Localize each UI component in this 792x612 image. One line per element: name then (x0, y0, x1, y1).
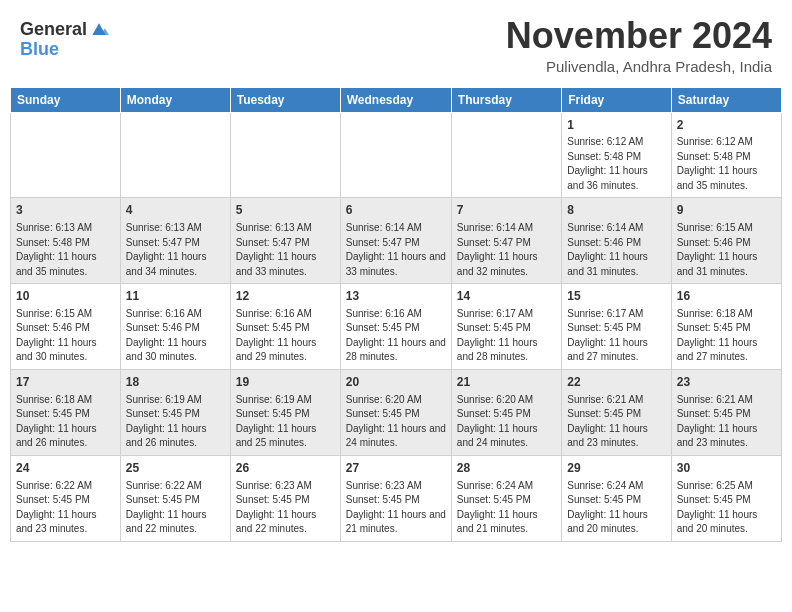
day-info: Sunrise: 6:25 AM Sunset: 5:45 PM Dayligh… (677, 479, 776, 537)
day-info: Sunrise: 6:22 AM Sunset: 5:45 PM Dayligh… (126, 479, 225, 537)
calendar-cell: 14Sunrise: 6:17 AM Sunset: 5:45 PM Dayli… (451, 284, 561, 370)
day-number: 7 (457, 202, 556, 219)
day-number: 10 (16, 288, 115, 305)
calendar-cell: 7Sunrise: 6:14 AM Sunset: 5:47 PM Daylig… (451, 198, 561, 284)
calendar-cell: 9Sunrise: 6:15 AM Sunset: 5:46 PM Daylig… (671, 198, 781, 284)
calendar-cell: 27Sunrise: 6:23 AM Sunset: 5:45 PM Dayli… (340, 455, 451, 541)
page-header: General Blue November 2024 Pulivendla, A… (0, 0, 792, 79)
calendar-cell: 3Sunrise: 6:13 AM Sunset: 5:48 PM Daylig… (11, 198, 121, 284)
column-header-sunday: Sunday (11, 87, 121, 112)
day-number: 12 (236, 288, 335, 305)
day-number: 14 (457, 288, 556, 305)
calendar-cell: 10Sunrise: 6:15 AM Sunset: 5:46 PM Dayli… (11, 284, 121, 370)
day-info: Sunrise: 6:16 AM Sunset: 5:45 PM Dayligh… (346, 307, 446, 365)
calendar-cell: 16Sunrise: 6:18 AM Sunset: 5:45 PM Dayli… (671, 284, 781, 370)
calendar-header-row: SundayMondayTuesdayWednesdayThursdayFrid… (11, 87, 782, 112)
day-number: 30 (677, 460, 776, 477)
day-number: 23 (677, 374, 776, 391)
column-header-monday: Monday (120, 87, 230, 112)
day-number: 1 (567, 117, 665, 134)
day-number: 22 (567, 374, 665, 391)
day-info: Sunrise: 6:18 AM Sunset: 5:45 PM Dayligh… (677, 307, 776, 365)
day-info: Sunrise: 6:20 AM Sunset: 5:45 PM Dayligh… (457, 393, 556, 451)
calendar-cell: 25Sunrise: 6:22 AM Sunset: 5:45 PM Dayli… (120, 455, 230, 541)
calendar-cell: 12Sunrise: 6:16 AM Sunset: 5:45 PM Dayli… (230, 284, 340, 370)
day-info: Sunrise: 6:15 AM Sunset: 5:46 PM Dayligh… (16, 307, 115, 365)
day-info: Sunrise: 6:13 AM Sunset: 5:47 PM Dayligh… (236, 221, 335, 279)
column-header-thursday: Thursday (451, 87, 561, 112)
day-number: 6 (346, 202, 446, 219)
column-header-saturday: Saturday (671, 87, 781, 112)
day-number: 17 (16, 374, 115, 391)
calendar-cell: 11Sunrise: 6:16 AM Sunset: 5:46 PM Dayli… (120, 284, 230, 370)
location: Pulivendla, Andhra Pradesh, India (506, 58, 772, 75)
title-section: November 2024 Pulivendla, Andhra Pradesh… (506, 16, 772, 75)
day-info: Sunrise: 6:17 AM Sunset: 5:45 PM Dayligh… (457, 307, 556, 365)
day-number: 8 (567, 202, 665, 219)
calendar-cell (11, 112, 121, 198)
day-info: Sunrise: 6:23 AM Sunset: 5:45 PM Dayligh… (346, 479, 446, 537)
day-number: 24 (16, 460, 115, 477)
day-info: Sunrise: 6:21 AM Sunset: 5:45 PM Dayligh… (677, 393, 776, 451)
calendar-cell (340, 112, 451, 198)
day-number: 3 (16, 202, 115, 219)
day-info: Sunrise: 6:17 AM Sunset: 5:45 PM Dayligh… (567, 307, 665, 365)
calendar-cell (230, 112, 340, 198)
calendar-week-row: 24Sunrise: 6:22 AM Sunset: 5:45 PM Dayli… (11, 455, 782, 541)
calendar-cell: 22Sunrise: 6:21 AM Sunset: 5:45 PM Dayli… (562, 369, 671, 455)
calendar-cell: 5Sunrise: 6:13 AM Sunset: 5:47 PM Daylig… (230, 198, 340, 284)
day-info: Sunrise: 6:23 AM Sunset: 5:45 PM Dayligh… (236, 479, 335, 537)
day-number: 21 (457, 374, 556, 391)
day-number: 2 (677, 117, 776, 134)
day-number: 16 (677, 288, 776, 305)
logo: General Blue (20, 20, 109, 60)
logo-icon (89, 20, 109, 40)
calendar-cell: 15Sunrise: 6:17 AM Sunset: 5:45 PM Dayli… (562, 284, 671, 370)
day-number: 15 (567, 288, 665, 305)
column-header-wednesday: Wednesday (340, 87, 451, 112)
day-number: 26 (236, 460, 335, 477)
day-number: 28 (457, 460, 556, 477)
calendar-cell: 13Sunrise: 6:16 AM Sunset: 5:45 PM Dayli… (340, 284, 451, 370)
calendar-cell: 2Sunrise: 6:12 AM Sunset: 5:48 PM Daylig… (671, 112, 781, 198)
month-title: November 2024 (506, 16, 772, 56)
day-info: Sunrise: 6:16 AM Sunset: 5:45 PM Dayligh… (236, 307, 335, 365)
day-info: Sunrise: 6:12 AM Sunset: 5:48 PM Dayligh… (567, 135, 665, 193)
calendar-week-row: 1Sunrise: 6:12 AM Sunset: 5:48 PM Daylig… (11, 112, 782, 198)
day-info: Sunrise: 6:14 AM Sunset: 5:47 PM Dayligh… (457, 221, 556, 279)
day-number: 29 (567, 460, 665, 477)
day-info: Sunrise: 6:19 AM Sunset: 5:45 PM Dayligh… (236, 393, 335, 451)
day-number: 27 (346, 460, 446, 477)
day-number: 11 (126, 288, 225, 305)
day-info: Sunrise: 6:15 AM Sunset: 5:46 PM Dayligh… (677, 221, 776, 279)
calendar-cell: 30Sunrise: 6:25 AM Sunset: 5:45 PM Dayli… (671, 455, 781, 541)
calendar-cell: 20Sunrise: 6:20 AM Sunset: 5:45 PM Dayli… (340, 369, 451, 455)
calendar-cell: 1Sunrise: 6:12 AM Sunset: 5:48 PM Daylig… (562, 112, 671, 198)
calendar-cell: 28Sunrise: 6:24 AM Sunset: 5:45 PM Dayli… (451, 455, 561, 541)
day-info: Sunrise: 6:24 AM Sunset: 5:45 PM Dayligh… (457, 479, 556, 537)
calendar-cell: 23Sunrise: 6:21 AM Sunset: 5:45 PM Dayli… (671, 369, 781, 455)
calendar-body: 1Sunrise: 6:12 AM Sunset: 5:48 PM Daylig… (11, 112, 782, 541)
day-info: Sunrise: 6:12 AM Sunset: 5:48 PM Dayligh… (677, 135, 776, 193)
day-info: Sunrise: 6:20 AM Sunset: 5:45 PM Dayligh… (346, 393, 446, 451)
day-info: Sunrise: 6:14 AM Sunset: 5:47 PM Dayligh… (346, 221, 446, 279)
calendar-cell: 29Sunrise: 6:24 AM Sunset: 5:45 PM Dayli… (562, 455, 671, 541)
calendar-cell: 17Sunrise: 6:18 AM Sunset: 5:45 PM Dayli… (11, 369, 121, 455)
day-info: Sunrise: 6:21 AM Sunset: 5:45 PM Dayligh… (567, 393, 665, 451)
day-number: 5 (236, 202, 335, 219)
calendar-table: SundayMondayTuesdayWednesdayThursdayFrid… (10, 87, 782, 542)
column-header-friday: Friday (562, 87, 671, 112)
day-info: Sunrise: 6:16 AM Sunset: 5:46 PM Dayligh… (126, 307, 225, 365)
calendar-cell: 8Sunrise: 6:14 AM Sunset: 5:46 PM Daylig… (562, 198, 671, 284)
day-info: Sunrise: 6:14 AM Sunset: 5:46 PM Dayligh… (567, 221, 665, 279)
day-info: Sunrise: 6:18 AM Sunset: 5:45 PM Dayligh… (16, 393, 115, 451)
calendar-cell: 21Sunrise: 6:20 AM Sunset: 5:45 PM Dayli… (451, 369, 561, 455)
day-info: Sunrise: 6:19 AM Sunset: 5:45 PM Dayligh… (126, 393, 225, 451)
day-number: 4 (126, 202, 225, 219)
logo-text: General (20, 20, 87, 40)
calendar-week-row: 10Sunrise: 6:15 AM Sunset: 5:46 PM Dayli… (11, 284, 782, 370)
day-number: 18 (126, 374, 225, 391)
column-header-tuesday: Tuesday (230, 87, 340, 112)
calendar-cell (451, 112, 561, 198)
day-number: 20 (346, 374, 446, 391)
